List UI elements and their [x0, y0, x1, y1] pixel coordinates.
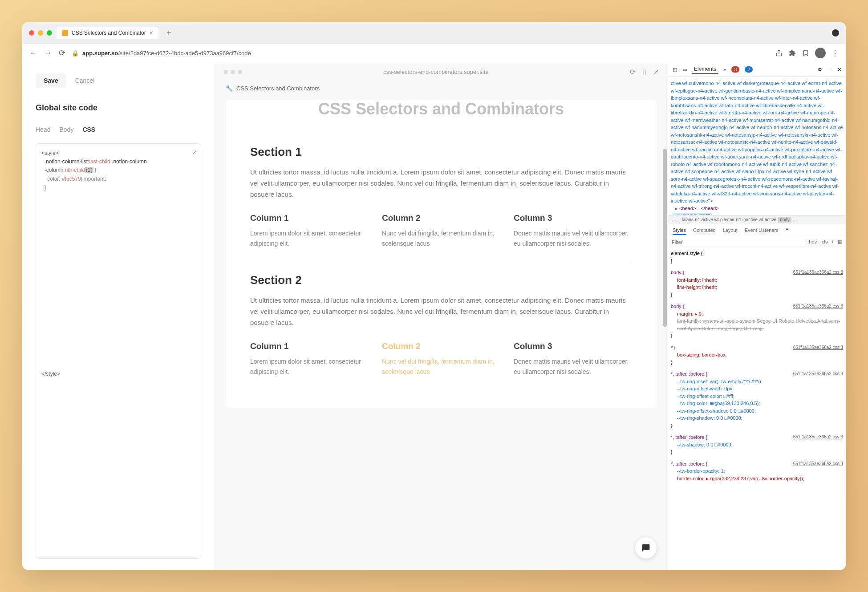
- error-badge[interactable]: 3: [731, 66, 739, 73]
- tab-css[interactable]: CSS: [82, 126, 95, 137]
- cancel-button[interactable]: Cancel: [75, 73, 95, 88]
- head-node[interactable]: <head>…</head>: [679, 206, 719, 211]
- column-text: Lorem ipsum dolor sit amet, consectetur …: [250, 228, 369, 248]
- address-bar: ← → ⟳ 🔒 app.super.so/site/2da97fce-d672-…: [22, 44, 846, 62]
- preview-url: css-selectors-and-combinators.super.site: [247, 69, 625, 75]
- column-title: Column 2: [382, 341, 500, 351]
- column-title: Column 2: [382, 213, 500, 223]
- event-listeners-tab[interactable]: Event Listeners: [745, 226, 779, 235]
- source-link[interactable]: 651f1a135ae366a2.css:3: [793, 344, 843, 351]
- selector[interactable]: element.style {: [671, 250, 843, 257]
- bookmark-icon[interactable]: [802, 49, 810, 57]
- device-icon[interactable]: ▭: [682, 67, 687, 73]
- preview-panel: css-selectors-and-combinators.super.site…: [215, 62, 668, 570]
- devtools-tabs: ◰ ▭ Elements » 3 2 ⚙ ⋮ ×: [668, 62, 846, 77]
- traffic-lights: [29, 30, 52, 36]
- column-title: Column 3: [514, 341, 632, 351]
- gear-icon[interactable]: ⚙: [818, 67, 822, 73]
- close-window[interactable]: [29, 30, 34, 36]
- code-line: .notion-column-list:last-child .notion-c…: [41, 158, 195, 166]
- tab-body[interactable]: Body: [59, 126, 73, 137]
- warning-badge[interactable]: 2: [745, 66, 753, 73]
- profile-avatar[interactable]: [815, 48, 826, 58]
- source-link[interactable]: 651f1a135ae366a2.css:3: [793, 269, 843, 276]
- section-2-text: Ut ultricies tortor massa, id luctus nul…: [250, 295, 632, 328]
- extensions-icon[interactable]: [788, 49, 796, 57]
- chat-button[interactable]: [635, 537, 657, 559]
- styles-pane[interactable]: element.style { } 651f1a135ae366a2.css:3…: [668, 247, 846, 489]
- layout-tab[interactable]: Layout: [723, 226, 738, 235]
- lock-icon: 🔒: [72, 50, 79, 57]
- more-tabs-icon[interactable]: »: [723, 67, 726, 72]
- filter-input[interactable]: [672, 239, 807, 245]
- back-button[interactable]: ←: [29, 49, 38, 58]
- preview-body[interactable]: CSS Selectors and Combinators Section 1 …: [215, 95, 668, 421]
- section-2-title: Section 2: [250, 273, 632, 287]
- share-icon[interactable]: [775, 49, 783, 57]
- mobile-icon[interactable]: ▯: [642, 68, 646, 76]
- editor-title: Global site code: [36, 103, 201, 113]
- column-text: Lorem ipsum dolor sit amet, consectetur …: [250, 357, 369, 377]
- devtools-panel: ◰ ▭ Elements » 3 2 ⚙ ⋮ × ctive wf-cutive…: [668, 62, 846, 570]
- cls-toggle[interactable]: .cls: [820, 239, 828, 245]
- more-subtabs-icon[interactable]: »: [786, 226, 788, 235]
- column-text: Donec mattis mauris vel velit ullamcorpe…: [514, 357, 632, 377]
- scrollbar[interactable]: [663, 149, 667, 327]
- computed-tab[interactable]: Computed: [693, 226, 716, 235]
- style-rule: 651f1a135ae366a2.css:3 * { box-sizing: b…: [671, 344, 843, 366]
- source-link[interactable]: 651f1a135ae366a2.css:3: [793, 460, 843, 467]
- page-title-cut: CSS Selectors and Combinators: [250, 100, 632, 118]
- source-link[interactable]: 651f1a135ae366a2.css:3: [793, 434, 843, 440]
- preview-header: css-selectors-and-combinators.super.site…: [215, 62, 668, 81]
- column-text: Donec mattis mauris vel velit ullamcorpe…: [514, 228, 632, 248]
- panel-icon[interactable]: ▦: [838, 239, 842, 245]
- tab-favicon: [62, 30, 68, 36]
- url-field[interactable]: 🔒 app.super.so/site/2da97fce-d672-4bdc-a…: [72, 50, 770, 57]
- source-link[interactable]: 651f1a135ae366a2.css:3: [793, 303, 843, 309]
- preview-traffic-lights: [223, 70, 242, 74]
- devtools-close-icon[interactable]: ×: [838, 66, 841, 73]
- code-textarea[interactable]: ⤢ <style> .notion-column-list:last-child…: [36, 143, 201, 559]
- browser-menu[interactable]: ⋮: [831, 48, 839, 58]
- code-line: -column:nth-child(2) {: [41, 166, 195, 174]
- section-1-text: Ut ultricies tortor massa, id luctus nul…: [250, 167, 632, 200]
- elements-tab[interactable]: Elements: [692, 65, 718, 74]
- preview-toolbar: ⟳ ▯ ⤢: [630, 68, 659, 76]
- tab-title: CSS Selectors and Combinator: [72, 30, 146, 36]
- styles-tab[interactable]: Styles: [673, 226, 686, 235]
- reload-button[interactable]: ⟳: [57, 48, 66, 58]
- column: Column 1 Lorem ipsum dolor sit amet, con…: [250, 341, 369, 377]
- add-rule-icon[interactable]: +: [831, 239, 834, 245]
- filter-bar: :hov .cls + ▦: [668, 237, 846, 247]
- tab-head[interactable]: Head: [36, 126, 50, 137]
- save-button[interactable]: Save: [36, 73, 66, 88]
- forward-button[interactable]: →: [43, 49, 52, 58]
- browser-window: CSS Selectors and Combinator × + ← → ⟳ 🔒…: [22, 22, 846, 570]
- fullscreen-icon[interactable]: ⤢: [653, 68, 659, 76]
- new-tab-button[interactable]: +: [163, 28, 175, 38]
- more-icon[interactable]: ⋮: [827, 67, 832, 73]
- source-link[interactable]: 651f1a135ae366a2.css:3: [793, 370, 843, 377]
- column: Column 3 Donec mattis mauris vel velit u…: [514, 213, 632, 248]
- section-1-columns: Column 1 Lorem ipsum dolor sit amet, con…: [250, 213, 632, 248]
- window-control[interactable]: [832, 29, 839, 36]
- expand-icon[interactable]: ⤢: [192, 147, 197, 157]
- dom-breadcrumb[interactable]: … …ksans-n4-active.wf-playfair-n4-inacti…: [668, 215, 846, 224]
- code-line: <style>: [41, 149, 195, 158]
- code-line: color: #f5c579!important;: [41, 175, 195, 183]
- refresh-icon[interactable]: ⟳: [630, 68, 636, 76]
- close-tab-icon[interactable]: ×: [150, 29, 153, 36]
- divider: [250, 262, 632, 262]
- html-classes: ctive wf-cutivemono-n4-active wf-darkerg…: [671, 81, 843, 203]
- browser-tab[interactable]: CSS Selectors and Combinator ×: [57, 27, 158, 39]
- breadcrumb-text: CSS Selectors and Combinators: [236, 85, 320, 92]
- hov-toggle[interactable]: :hov: [807, 239, 817, 245]
- dom-tree[interactable]: ctive wf-cutivemono-n4-active wf-darkerg…: [668, 77, 846, 215]
- minimize-window[interactable]: [38, 30, 43, 36]
- column: Column 3 Donec mattis mauris vel velit u…: [514, 341, 632, 377]
- inspect-icon[interactable]: ◰: [673, 67, 677, 73]
- maximize-window[interactable]: [47, 30, 52, 36]
- section-1-title: Section 1: [250, 145, 632, 159]
- style-rule: element.style { }: [671, 250, 843, 264]
- column-title: Column 1: [250, 341, 369, 351]
